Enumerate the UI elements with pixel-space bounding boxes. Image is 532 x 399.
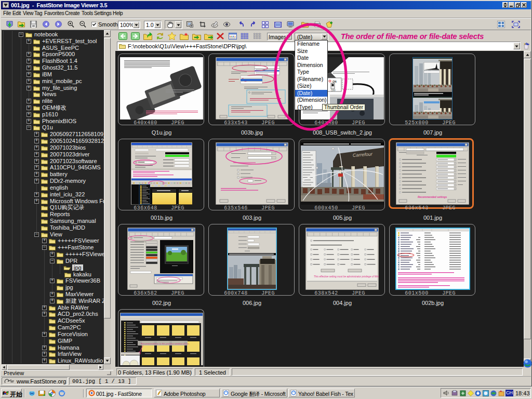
svg-text:ON: ON bbox=[332, 80, 337, 83]
svg-text:OFF: OFF bbox=[331, 89, 336, 92]
svg-text:Recommended settings: Recommended settings bbox=[418, 195, 447, 198]
svg-text:Recommendation to this preview: Recommendation to this preview window cl… bbox=[141, 342, 190, 345]
svg-text:This effective setting must be: This effective setting must be administr… bbox=[314, 275, 379, 278]
